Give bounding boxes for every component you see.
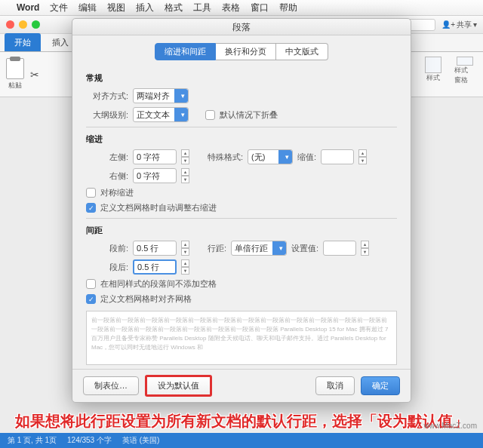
- tab-line-page-breaks[interactable]: 换行和分页: [216, 43, 276, 60]
- indent-left-stepper[interactable]: ▴▾: [181, 149, 189, 164]
- menu-help[interactable]: 帮助: [279, 2, 297, 14]
- same-style-label: 在相同样式的段落间不添加空格: [100, 278, 217, 290]
- indent-left-input[interactable]: 0 字符: [133, 149, 177, 164]
- style-pane-icon: [457, 57, 473, 66]
- watermark: Z www.MacZ.com: [417, 422, 477, 430]
- dialog-tabs: 缩进和间距 换行和分页 中文版式: [72, 43, 411, 60]
- close-icon[interactable]: [6, 20, 14, 29]
- paste-group[interactable]: 粘贴: [6, 58, 24, 91]
- after-stepper[interactable]: ▴▾: [181, 259, 189, 275]
- special-select[interactable]: (无): [248, 149, 293, 164]
- after-label: 段后:: [86, 262, 128, 273]
- line-spacing-select[interactable]: 单倍行距: [231, 241, 287, 256]
- section-spacing: 间距: [86, 225, 397, 236]
- dialog-footer: 制表位… 设为默认值 取消 确定: [72, 369, 411, 402]
- tab-indent-spacing[interactable]: 缩进和间距: [155, 43, 216, 60]
- indent-left-label: 左侧:: [86, 152, 128, 163]
- alignment-select[interactable]: 两端对齐: [133, 88, 189, 103]
- zoom-icon[interactable]: [32, 20, 40, 29]
- before-stepper[interactable]: ▴▾: [181, 241, 189, 256]
- status-bar: 第 1 页, 共 1页 124/353 个字 英语 (美国): [0, 433, 483, 448]
- section-indent: 缩进: [86, 133, 397, 145]
- snap-grid-label: 定义文档网格时对齐网格: [100, 293, 192, 305]
- snap-grid-checkbox[interactable]: ✓: [86, 294, 96, 304]
- same-style-checkbox[interactable]: [86, 279, 96, 289]
- share-button[interactable]: 👤+ 共享 ▾: [441, 20, 477, 30]
- dialog-title: 段落: [72, 19, 411, 35]
- menu-tools[interactable]: 工具: [193, 2, 211, 14]
- tab-asian[interactable]: 中文版式: [276, 43, 328, 60]
- annotation-text: 如果想将此行距设置为所有新文档的默认行距，选择「设为默认值」: [0, 411, 483, 431]
- ribbon-right-group: 样式 样式 窗格: [423, 57, 475, 85]
- indent-right-stepper[interactable]: ▴▾: [181, 168, 189, 183]
- section-general: 常规: [86, 72, 397, 84]
- status-words[interactable]: 124/353 个字: [67, 435, 112, 446]
- mirror-label: 对称缩进: [100, 187, 134, 198]
- before-input[interactable]: 0.5 行: [133, 241, 177, 256]
- menu-format[interactable]: 格式: [165, 2, 183, 14]
- styles-icon: [425, 57, 441, 73]
- tabs-button[interactable]: 制表位…: [83, 376, 139, 395]
- alignment-label: 对齐方式:: [86, 91, 128, 102]
- set-default-button[interactable]: 设为默认值: [145, 375, 212, 397]
- before-label: 段前:: [86, 243, 128, 254]
- collapse-checkbox[interactable]: [205, 110, 215, 120]
- mirror-checkbox[interactable]: [86, 188, 96, 198]
- after-input[interactable]: 0.5 行: [133, 259, 177, 275]
- ok-button[interactable]: 确定: [361, 376, 400, 395]
- app-name[interactable]: Word: [17, 2, 39, 13]
- minimize-icon[interactable]: [19, 20, 27, 29]
- menu-insert[interactable]: 插入: [136, 2, 154, 14]
- status-language[interactable]: 英语 (美国): [122, 435, 159, 446]
- style-pane-button[interactable]: 样式 窗格: [454, 57, 475, 85]
- system-menubar: Word 文件 编辑 视图 插入 格式 工具 表格 窗口 帮助: [0, 0, 483, 16]
- indent-right-input[interactable]: 0 字符: [133, 168, 177, 183]
- outline-select[interactable]: 正文文本: [133, 107, 189, 122]
- indent-right-label: 右侧:: [86, 170, 128, 182]
- menu-view[interactable]: 视图: [107, 2, 125, 14]
- line-label: 行距:: [208, 243, 226, 254]
- at-label: 设置值:: [291, 243, 318, 254]
- autofit-checkbox[interactable]: ✓: [86, 203, 96, 213]
- window-controls: [6, 20, 40, 29]
- at-input[interactable]: [323, 241, 356, 256]
- special-label: 特殊格式:: [208, 152, 243, 163]
- autofit-label: 定义文档网格时自动调整右缩进: [100, 202, 217, 213]
- at-stepper[interactable]: ▴▾: [361, 241, 369, 256]
- menu-table[interactable]: 表格: [222, 2, 240, 14]
- paragraph-dialog: 段落 缩进和间距 换行和分页 中文版式 常规 对齐方式: 两端对齐 大纲级别: …: [72, 18, 411, 403]
- tab-home[interactable]: 开始: [5, 33, 41, 51]
- by-stepper[interactable]: ▴▾: [358, 149, 367, 164]
- by-label: 缩值:: [297, 152, 316, 163]
- cut-icon[interactable]: ✂: [30, 69, 39, 81]
- dialog-body: 常规 对齐方式: 两端对齐 大纲级别: 正文文本 默认情况下折叠 缩进 左侧: …: [72, 66, 411, 369]
- paste-icon: [6, 58, 24, 79]
- menu-window[interactable]: 窗口: [251, 2, 269, 14]
- by-input[interactable]: [321, 149, 354, 164]
- cancel-button[interactable]: 取消: [315, 376, 355, 395]
- styles-button[interactable]: 样式: [423, 57, 444, 85]
- status-page[interactable]: 第 1 页, 共 1页: [8, 435, 57, 446]
- preview-box: 前一段落前一段落前一段落前一段落前一段落前一段落前一段落前一段落前一段落前一段落…: [86, 311, 397, 365]
- collapse-label: 默认情况下折叠: [220, 109, 278, 121]
- menu-edit[interactable]: 编辑: [78, 2, 97, 14]
- menu-file[interactable]: 文件: [50, 2, 68, 14]
- outline-label: 大纲级别:: [86, 109, 128, 121]
